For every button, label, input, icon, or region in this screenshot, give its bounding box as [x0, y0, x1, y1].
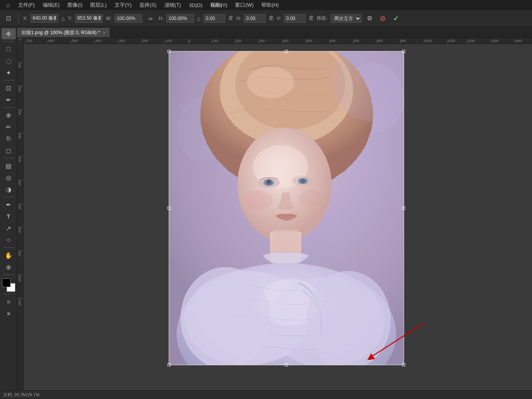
shape-tool[interactable]: ○ [2, 234, 16, 245]
warp-icon[interactable]: ⚙ [364, 13, 375, 24]
foreground-color-swatch[interactable] [2, 278, 11, 287]
menu-help[interactable]: 帮助(H) [258, 1, 282, 9]
color-swatches[interactable] [2, 278, 15, 292]
y-input[interactable] [75, 14, 103, 23]
confirm-button[interactable]: ✓ [391, 13, 401, 24]
menu-image[interactable]: 图像(I) [64, 1, 86, 9]
canvas-area[interactable] [24, 44, 532, 390]
extra-tool-1[interactable]: ⊟ [2, 296, 16, 307]
deg-label-1: 度 [228, 15, 233, 22]
ruler-h-1000: 1000 [424, 39, 432, 43]
status-bar: 文档: 28.7M/28.7M [0, 390, 532, 399]
menu-window[interactable]: 窗口(W) [232, 1, 257, 9]
heal-tool[interactable]: ⊕ [2, 110, 16, 121]
menu-text[interactable]: 文字(Y) [111, 1, 135, 9]
ruler-h-300: 300 [259, 39, 265, 43]
zoom-tool[interactable]: ⊕ [2, 262, 16, 273]
ruler-h-100: 100 [212, 39, 218, 43]
v-input[interactable] [284, 14, 306, 23]
triangle-icon: △ [61, 16, 65, 21]
ruler-h-1200: 1200 [467, 39, 475, 43]
ruler-v-300: 300 [18, 109, 22, 115]
tool-separator-2 [3, 80, 15, 81]
ruler-h-neg600: -600 [47, 39, 54, 43]
ruler-h-neg300: -300 [118, 39, 125, 43]
tool-separator-4 [3, 158, 15, 158]
menu-file[interactable]: 文件(F) [15, 1, 38, 9]
tool-separator-3 [3, 107, 15, 108]
menu-layer[interactable]: 图层(L) [87, 1, 110, 9]
extra-tool-2[interactable]: ⊠ [2, 308, 16, 319]
w-label: W: [106, 16, 111, 21]
ram-display: RAm [205, 0, 228, 10]
brush-tool[interactable]: ✏ [2, 121, 16, 132]
h2-label: H: [236, 16, 241, 21]
ruler-h-neg100: -100 [165, 39, 172, 43]
h-label: H: [159, 16, 163, 21]
ruler-v-400: 400 [18, 133, 22, 139]
ruler-v-200: 200 [18, 86, 22, 92]
ruler-v-500: 500 [18, 156, 22, 162]
ruler-v-600: 600 [18, 180, 22, 186]
move-tool[interactable]: ✥ [2, 28, 16, 39]
dodge-tool[interactable]: ◑ [2, 184, 16, 195]
tool-separator-5 [3, 197, 15, 197]
rot-input[interactable] [204, 14, 225, 23]
ruler-v-800: 800 [18, 227, 22, 233]
menu-select[interactable]: 选择(S) [136, 1, 159, 9]
crop-tool[interactable]: ⊡ [2, 82, 16, 93]
v-label: V: [277, 16, 281, 21]
rect-select-tool[interactable]: □ [2, 44, 16, 55]
path-select-tool[interactable]: ↗ [2, 223, 16, 234]
eyedropper-tool[interactable]: ✒ [2, 94, 16, 105]
blur-tool[interactable]: ◎ [2, 172, 16, 183]
text-tool[interactable]: T [2, 211, 16, 222]
stamp-tool[interactable]: ⎘ [2, 133, 16, 144]
ruler-v-900: 900 [18, 251, 22, 256]
x-input[interactable] [31, 14, 58, 23]
ruler-h-neg700: -700 [25, 39, 32, 43]
ruler-h-700: 700 [353, 39, 359, 43]
ruler-h-600: 600 [330, 39, 335, 43]
hand-tool[interactable]: ✋ [2, 250, 16, 261]
lasso-tool[interactable]: ◌ [2, 55, 16, 66]
link-icon[interactable]: ∞ [145, 13, 155, 24]
ruler-h-neg500: -500 [71, 39, 78, 43]
menu-3d[interactable]: 3D(D) [186, 2, 206, 9]
home-icon[interactable]: ⌂ [3, 0, 13, 10]
tool-separator-7 [3, 275, 15, 275]
menu-bar: ⌂ 文件(F) 编辑(E) 图像(I) 图层(L) 文字(Y) 选择(S) 滤镜… [0, 0, 532, 10]
rot-icon: △ [197, 16, 200, 21]
eraser-tool[interactable]: ◻ [2, 145, 16, 156]
ruler-h-neg400: -400 [94, 39, 101, 43]
toolbar: ⊡ X: △ Y: W: ∞ H: △ 度 H: 度 V: 度 插值: 两次立方… [0, 10, 532, 27]
ruler-left: .rv { position: absolute; font-size: 9px… [17, 38, 24, 390]
ruler-h-400: 400 [282, 39, 288, 43]
interpolation-select[interactable]: 两次立方 两次线性 邻近 [331, 14, 361, 23]
tab-close-button[interactable]: × [103, 31, 106, 35]
w-input[interactable] [115, 14, 142, 23]
pen-tool[interactable]: ✒ [2, 199, 16, 210]
ruler-top: .rh { position: absolute; font-size: 9px… [24, 38, 532, 44]
transform-tool-icon[interactable]: ⊡ [3, 13, 13, 24]
x-label: X: [23, 16, 27, 21]
ruler-h-1100: 1100 [447, 39, 455, 43]
tab-filename: 封面1.png @ 100% (图层 0, RGB/8) * [22, 29, 100, 36]
h-input[interactable] [166, 14, 194, 23]
menu-edit[interactable]: 编辑(E) [40, 1, 63, 9]
document-tab[interactable]: 封面1.png @ 100% (图层 0, RGB/8) * × [17, 28, 109, 37]
toolbox: ✥ □ ◌ ✦ ⊡ ✒ ⊕ ✏ ⎘ ◻ ▤ ◎ ◑ ✒ T ↗ ○ ✋ ⊕ ⊟ … [0, 27, 17, 390]
gradient-tool[interactable]: ▤ [2, 160, 16, 171]
ruler-h-1300: 1300 [490, 39, 498, 43]
deg-label-3: 度 [309, 15, 313, 22]
interp-label: 插值: [317, 15, 327, 22]
menu-filter[interactable]: 滤镜(T) [161, 1, 184, 9]
h2-input[interactable] [244, 14, 266, 23]
y-label: Y: [68, 16, 72, 21]
ruler-h-900: 900 [400, 39, 406, 43]
cancel-button[interactable]: ⊘ [378, 13, 388, 24]
canvas-image [169, 51, 404, 365]
portrait-svg [169, 51, 404, 365]
magic-wand-tool[interactable]: ✦ [2, 67, 16, 78]
ruler-v-1100: 1100 [18, 298, 22, 306]
